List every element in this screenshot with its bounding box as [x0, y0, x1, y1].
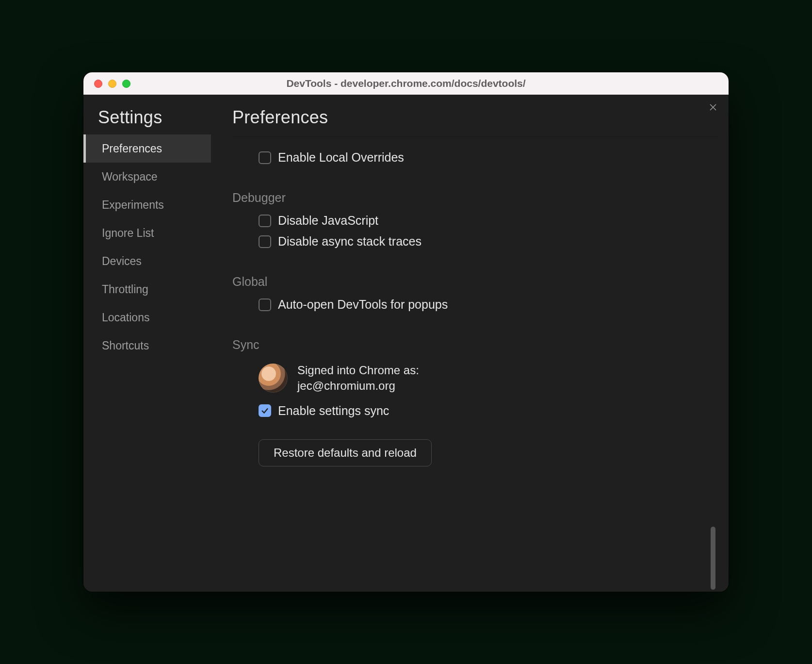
sidebar-item-label: Experiments — [102, 199, 164, 212]
sidebar-item-experiments[interactable]: Experiments — [83, 191, 211, 219]
signed-in-account: jec@chromium.org — [297, 379, 395, 392]
checkbox-icon — [259, 299, 271, 311]
pref-label: Enable Local Overrides — [278, 150, 404, 165]
sync-signed-in-row: Signed into Chrome as: jec@chromium.org — [232, 358, 714, 401]
sidebar-item-label: Throttling — [102, 283, 148, 296]
close-settings-button[interactable] — [706, 100, 720, 114]
window-controls — [83, 80, 130, 88]
signed-in-text: Signed into Chrome as: jec@chromium.org — [297, 363, 419, 394]
sidebar-item-devices[interactable]: Devices — [83, 247, 211, 275]
sidebar-title: Settings — [83, 107, 211, 134]
sidebar-item-label: Devices — [102, 255, 142, 268]
section-heading-debugger: Debugger — [232, 168, 714, 211]
signed-in-prefix: Signed into Chrome as: — [297, 364, 419, 377]
zoom-window-button[interactable] — [122, 80, 130, 88]
main-title: Preferences — [232, 107, 719, 128]
minimize-window-button[interactable] — [108, 80, 116, 88]
avatar — [259, 364, 288, 393]
sidebar-item-preferences[interactable]: Preferences — [83, 134, 211, 163]
pref-disable-async-stack-traces[interactable]: Disable async stack traces — [232, 232, 714, 252]
titlebar: DevTools - developer.chrome.com/docs/dev… — [83, 72, 729, 95]
devtools-settings-window: DevTools - developer.chrome.com/docs/dev… — [83, 72, 729, 592]
sidebar-item-workspace[interactable]: Workspace — [83, 163, 211, 191]
sidebar-item-label: Preferences — [102, 142, 162, 155]
pref-label: Enable settings sync — [278, 404, 389, 418]
window-title: DevTools - developer.chrome.com/docs/dev… — [83, 78, 729, 89]
restore-defaults-button[interactable]: Restore defaults and reload — [259, 439, 432, 466]
sidebar-item-ignore-list[interactable]: Ignore List — [83, 219, 211, 247]
sidebar-item-label: Ignore List — [102, 227, 154, 240]
checkbox-icon — [259, 235, 271, 248]
settings-sidebar: Settings Preferences Workspace Experimen… — [83, 95, 211, 592]
section-heading-global: Global — [232, 252, 714, 295]
settings-main: Preferences Enable Local Overrides Debug… — [211, 95, 729, 592]
pref-enable-local-overrides[interactable]: Enable Local Overrides — [232, 148, 714, 168]
sidebar-item-shortcuts[interactable]: Shortcuts — [83, 332, 211, 360]
checkmark-icon — [260, 406, 269, 415]
scrollbar-thumb[interactable] — [711, 527, 715, 590]
checkbox-icon — [259, 215, 271, 227]
pref-enable-settings-sync[interactable]: Enable settings sync — [232, 401, 714, 422]
preferences-scroll-area: Enable Local Overrides Debugger Disable … — [232, 136, 719, 592]
section-heading-sync: Sync — [232, 315, 714, 358]
checkbox-checked-icon — [259, 404, 271, 417]
pref-auto-open-devtools-popups[interactable]: Auto-open DevTools for popups — [232, 295, 714, 315]
sidebar-item-label: Shortcuts — [102, 339, 149, 352]
pref-label: Disable JavaScript — [278, 214, 378, 228]
checkbox-icon — [259, 151, 271, 164]
sidebar-item-throttling[interactable]: Throttling — [83, 275, 211, 303]
sidebar-item-label: Workspace — [102, 170, 158, 183]
close-window-button[interactable] — [94, 80, 102, 88]
pref-label: Auto-open DevTools for popups — [278, 298, 448, 312]
scrollbar-track[interactable] — [709, 139, 717, 590]
pref-disable-javascript[interactable]: Disable JavaScript — [232, 211, 714, 232]
pref-label: Disable async stack traces — [278, 234, 422, 249]
close-icon — [709, 103, 717, 112]
sidebar-item-locations[interactable]: Locations — [83, 303, 211, 332]
sidebar-item-label: Locations — [102, 311, 149, 324]
